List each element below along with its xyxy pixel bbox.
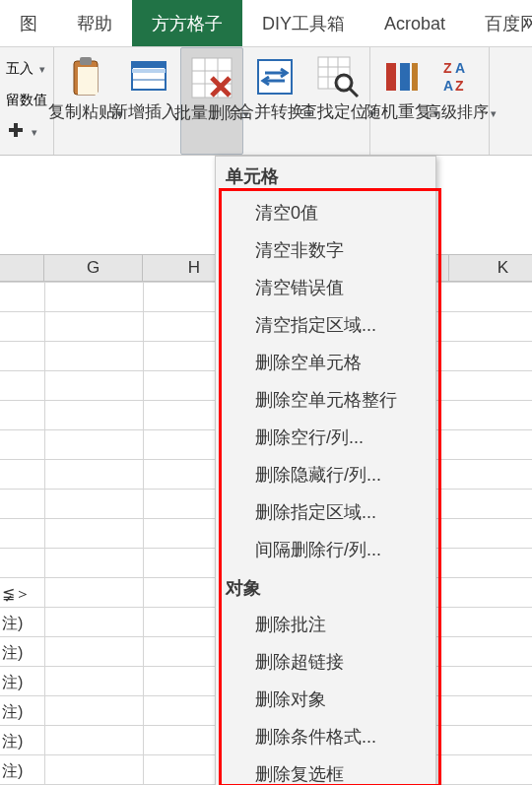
insert-new-button[interactable]: 新增插入▾ (117, 47, 180, 155)
dd-del-objects[interactable]: 删除对象 (216, 681, 435, 718)
sort-az-icon: ZAAZ (437, 53, 485, 100)
dd-clear-nonnumeric[interactable]: 清空非数字 (216, 231, 435, 269)
bars-icon (378, 53, 426, 100)
dd-del-range[interactable]: 删除指定区域... (216, 493, 435, 531)
dropdown-section-cell: 单元格 (216, 157, 435, 194)
grid-search-icon (314, 53, 362, 100)
svg-rect-1 (78, 67, 98, 95)
tab-acrobat[interactable]: Acrobat (365, 0, 465, 46)
dd-del-comments[interactable]: 删除批注 (216, 606, 435, 643)
svg-rect-23 (412, 63, 418, 91)
random-repeat-label: 随机重复 (365, 102, 432, 121)
dd-del-hidden-rowcol[interactable]: 删除隐藏行/列... (216, 456, 435, 493)
svg-line-20 (350, 89, 358, 97)
chevron-down-icon: ▾ (39, 63, 45, 76)
svg-text:A: A (443, 78, 453, 94)
svg-rect-13 (258, 60, 292, 94)
svg-rect-14 (318, 57, 350, 89)
tab-fangfanggezi[interactable]: 方方格子 (132, 0, 242, 46)
svg-rect-22 (400, 63, 410, 91)
copy-paste-label: 复制粘贴 (48, 102, 115, 121)
table-insert-icon (125, 53, 172, 100)
svg-rect-21 (386, 63, 396, 91)
dd-del-cond-format[interactable]: 删除条件格式... (216, 718, 435, 755)
svg-text:A: A (455, 60, 465, 76)
column-header-g[interactable]: G (44, 254, 143, 282)
ribbon-keep-number-button[interactable]: 留数值 (6, 85, 47, 116)
cell-value[interactable]: 注) (0, 697, 43, 727)
find-locate-label: 查找定位 (300, 102, 367, 121)
svg-rect-2 (80, 57, 92, 65)
cell-value[interactable]: 注) (0, 609, 43, 638)
copy-paste-button[interactable]: 复制粘贴▾ (54, 47, 117, 155)
ribbon-keep-number-label: 留数值 (6, 92, 47, 109)
merge-convert-button[interactable]: 合并转换▾ (243, 47, 306, 155)
adv-sort-button[interactable]: ZAAZ 高级排序▾ (433, 47, 489, 155)
batch-delete-label: 批量删除 (174, 103, 241, 122)
clipboard-icon (62, 53, 109, 100)
svg-rect-7 (132, 69, 166, 73)
batch-delete-button[interactable]: 批量删除▾ (180, 47, 243, 155)
adv-sort-label: 高级排序 (426, 103, 489, 120)
dd-del-empty-cell[interactable]: 删除空单元格 (216, 344, 435, 381)
ribbon-round-label: 五入 (6, 60, 33, 78)
dd-del-empty-rowcol[interactable]: 删除空行/列... (216, 419, 435, 456)
chevron-down-icon: ▾ (32, 126, 37, 139)
insert-new-label: 新增插入 (111, 102, 178, 121)
batch-delete-dropdown: 单元格 清空0值 清空非数字 清空错误值 清空指定区域... 删除空单元格 删除… (215, 156, 436, 785)
dd-clear-range[interactable]: 清空指定区域... (216, 306, 435, 344)
cell-value[interactable]: 注) (0, 668, 43, 697)
ribbon-stacked-group: 五入 ▾ 留数值 ▾ (0, 47, 53, 155)
dd-clear-zero[interactable]: 清空0值 (216, 194, 435, 231)
svg-text:Z: Z (443, 60, 452, 76)
merge-convert-label: 合并转换 (237, 102, 304, 121)
tab-help[interactable]: 帮助 (57, 0, 132, 46)
ribbon-round-button[interactable]: 五入 ▾ (6, 53, 47, 85)
dropdown-section-object: 对象 (216, 568, 435, 606)
tab-baidu-netdisk[interactable]: 百度网盘 (465, 0, 532, 46)
cell-value[interactable]: 注) (0, 638, 43, 668)
grid-delete-icon (188, 54, 235, 101)
svg-text:Z: Z (455, 78, 464, 94)
dd-del-empty-cell-row[interactable]: 删除空单元格整行 (216, 381, 435, 419)
column-header-k[interactable]: K (449, 254, 532, 282)
column-header-blank[interactable] (0, 254, 44, 282)
plus-bold-icon (6, 122, 26, 142)
dd-del-hyperlinks[interactable]: 删除超链接 (216, 643, 435, 681)
random-repeat-button[interactable]: 随机重复▾ (370, 47, 433, 155)
find-locate-button[interactable]: 查找定位▾ (306, 47, 369, 155)
tab-chart[interactable]: 图 (0, 0, 57, 46)
tab-diy-toolbox[interactable]: DIY工具箱 (242, 0, 365, 46)
chevron-down-icon: ▾ (491, 107, 497, 119)
row-cell-group: ≨＞ 注) 注) 注) 注) 注) 注) (0, 579, 43, 785)
dd-clear-errors[interactable]: 清空错误值 (216, 269, 435, 306)
dd-del-checkboxes[interactable]: 删除复选框 (216, 755, 435, 785)
svg-rect-6 (132, 62, 166, 68)
cell-value[interactable]: ≨＞ (0, 579, 43, 609)
merge-arrows-icon (251, 53, 299, 100)
ribbon-plus-button[interactable]: ▾ (6, 116, 47, 148)
cell-value[interactable]: 注) (0, 727, 43, 756)
dd-del-interval-rowcol[interactable]: 间隔删除行/列... (216, 531, 435, 568)
cell-value[interactable]: 注) (0, 756, 43, 785)
